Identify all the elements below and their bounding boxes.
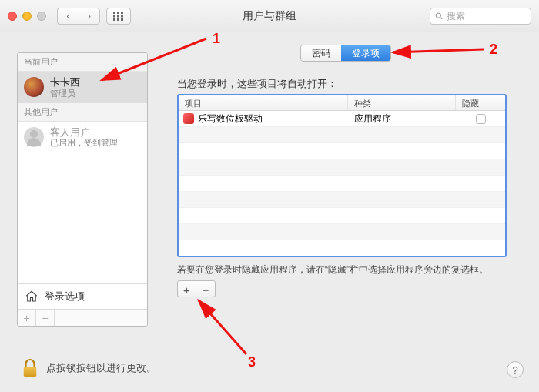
tab-segment: 密码 登录项 [300,45,391,62]
user-role: 管理员 [50,89,80,99]
user-sidebar: 当前用户 卡卡西 管理员 其他用户 客人用户 已启用，受到管理 登录选项 + − [17,52,148,327]
login-items-description: 当您登录时，这些项目将自动打开： [177,77,337,91]
app-icon [183,113,194,124]
tab-login-items[interactable]: 登录项 [341,45,390,61]
login-options-label: 登录选项 [45,290,85,303]
svg-line-11 [393,49,484,52]
item-name: 乐写数位板驱动 [198,112,263,126]
user-name: 客人用户 [50,126,118,139]
tab-password[interactable]: 密码 [301,45,341,61]
table-row [179,127,505,143]
hide-hint-text: 若要在您登录时隐藏应用程序，请在“隐藏”栏中选择应用程序旁边的复选框。 [177,263,488,276]
table-row [179,176,505,192]
annotation-number-2: 2 [490,42,497,58]
col-item[interactable]: 项目 [179,95,348,110]
col-kind[interactable]: 种类 [348,95,456,110]
lock-text: 点按锁按钮以进行更改。 [46,361,156,375]
user-status: 已启用，受到管理 [50,138,118,148]
table-row[interactable]: 乐写数位板驱动应用程序 [179,111,505,127]
minimize-icon[interactable] [22,12,32,21]
table-row [179,192,505,208]
svg-rect-4 [117,15,119,17]
add-user-button[interactable]: + [18,310,36,327]
house-icon [25,290,38,303]
svg-rect-7 [117,18,119,21]
table-row [179,208,505,224]
lock-icon[interactable] [22,358,38,378]
login-items-table: 项目 种类 隐藏 乐写数位板驱动应用程序 [177,94,507,257]
avatar [24,127,44,147]
table-row [179,143,505,159]
svg-rect-6 [113,18,116,21]
avatar [24,77,44,97]
login-items-plus-minus: + − [177,280,216,297]
hide-checkbox[interactable] [476,114,486,124]
sidebar-current-header: 当前用户 [18,53,147,72]
login-options-button[interactable]: 登录选项 [18,283,147,309]
show-all-button[interactable] [106,8,131,25]
col-hide[interactable]: 隐藏 [456,95,505,110]
search-field[interactable] [430,8,531,25]
search-input[interactable] [447,11,526,22]
item-kind: 应用程序 [348,112,456,126]
forward-button[interactable]: › [79,8,100,25]
back-button[interactable]: ‹ [57,8,79,25]
search-icon [435,12,444,21]
annotation-number-3: 3 [248,354,256,370]
annotation-number-1: 1 [213,31,220,47]
user-name: 卡卡西 [50,76,80,89]
remove-login-item-button[interactable]: − [196,281,215,297]
svg-rect-1 [117,12,119,14]
add-login-item-button[interactable]: + [178,281,196,297]
svg-rect-9 [24,367,37,377]
svg-rect-8 [121,18,123,21]
sidebar-user-current[interactable]: 卡卡西 管理员 [18,72,147,103]
svg-rect-5 [121,15,123,17]
window-title: 用户与群组 [243,9,296,23]
svg-line-12 [199,300,246,354]
zoom-icon[interactable] [37,12,46,21]
table-row [179,240,505,256]
svg-rect-3 [113,15,116,17]
close-icon[interactable] [8,12,17,21]
sidebar-other-header: 其他用户 [18,103,147,122]
svg-rect-0 [113,12,116,14]
svg-rect-2 [121,12,123,14]
help-button[interactable]: ? [507,361,524,378]
table-row [179,224,505,240]
remove-user-button[interactable]: − [36,310,55,327]
table-row [179,159,505,176]
sidebar-user-guest[interactable]: 客人用户 已启用，受到管理 [18,122,147,153]
